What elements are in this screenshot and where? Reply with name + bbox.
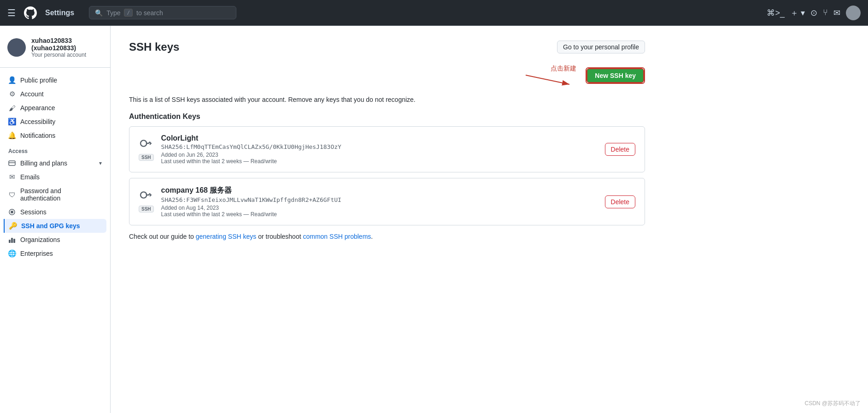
svg-line-8 <box>526 75 569 84</box>
svg-rect-5 <box>11 238 13 243</box>
sidebar-item-public-profile[interactable]: 👤 Public profile <box>4 73 106 87</box>
sidebar-billing-label: Billing and plans <box>20 159 67 167</box>
header-row: SSH keys Go to your personal profile 点击新… <box>129 41 645 87</box>
billing-icon <box>8 159 16 167</box>
sidebar-user-sub: Your personal account <box>31 52 103 58</box>
sidebar-item-appearance[interactable]: 🖌 Appearance <box>4 101 106 115</box>
ssh-key-card-1: SSH ColorLight SHA256:LfM0qTTEmCasYmQlCL… <box>129 126 645 172</box>
annotation-text: 点击新建 <box>551 65 576 73</box>
svg-point-2 <box>11 211 13 213</box>
page-title: SSH keys <box>129 41 179 53</box>
radio-icon <box>8 208 16 216</box>
envelope-icon: ✉ <box>8 173 16 181</box>
key-fingerprint-2: SHA256:F3WFsnIeixoJMLLvwNaT1KWwIpffgdn8R… <box>161 196 598 203</box>
key-details-1: ColorLight SHA256:LfM0qTTEmCasYmQlCLAZx5… <box>161 134 598 165</box>
ssh-badge-2: SSH <box>139 206 154 212</box>
shield-icon: 🛡 <box>8 191 16 198</box>
sidebar-item-label: Enterprises <box>20 250 53 257</box>
sidebar-item-enterprises[interactable]: 🌐 Enterprises <box>4 247 106 260</box>
sidebar-item-emails[interactable]: ✉ Emails <box>4 170 106 184</box>
sidebar-item-account[interactable]: ⚙ Account <box>4 87 106 101</box>
sidebar-user-info: xuhao120833 (xuhao120833) Your personal … <box>0 37 110 68</box>
footer-note-suffix: . <box>371 233 373 240</box>
delete-key-2-button[interactable]: Delete <box>605 195 635 208</box>
sidebar-item-accessibility[interactable]: ♿ Accessibility <box>4 115 106 129</box>
key-icon-wrap-1: SSH <box>139 134 154 161</box>
key-icon: 🔑 <box>9 222 17 230</box>
annotation-arrow <box>521 73 576 87</box>
accessibility-icon: ♿ <box>8 118 16 125</box>
key-added-1: Added on Jun 26, 2023 <box>161 152 598 158</box>
sidebar-nav: 👤 Public profile ⚙ Account 🖌 Appearance … <box>0 73 110 260</box>
page-description: This is a list of SSH keys associated wi… <box>129 96 645 103</box>
svg-point-9 <box>141 140 147 146</box>
sidebar-item-label: Notifications <box>20 132 55 139</box>
new-ssh-key-button[interactable]: New SSH key <box>586 68 644 83</box>
svg-rect-0 <box>9 161 15 165</box>
profile-link-button[interactable]: Go to your personal profile <box>557 41 645 53</box>
key-icon-1 <box>139 134 153 152</box>
key-fingerprint-1: SHA256:LfM0qTTEmCasYmQlCLAZx5G/0KkIU0Hgj… <box>161 143 598 150</box>
top-navigation: ☰ Settings 🔍 Type / to search ⌘>_ ＋ ▾ ⊙ … <box>0 0 868 26</box>
sidebar-item-label: Organizations <box>20 236 60 243</box>
page-layout: xuhao120833 (xuhao120833) Your personal … <box>0 26 868 413</box>
gear-icon: ⚙ <box>8 90 16 98</box>
delete-key-1-button[interactable]: Delete <box>605 143 635 156</box>
ssh-badge-1: SSH <box>139 154 154 161</box>
sidebar-avatar <box>7 38 26 57</box>
footer-note: Check out our guide to generating SSH ke… <box>129 233 645 240</box>
sidebar-item-organizations[interactable]: Organizations <box>4 233 106 247</box>
sidebar-item-label: Accessibility <box>20 118 55 125</box>
chevron-down-icon: ▾ <box>99 160 102 166</box>
new-ssh-key-highlight: New SSH key <box>586 67 645 84</box>
sidebar-item-password[interactable]: 🛡 Password and authentication <box>4 184 106 205</box>
sidebar-item-sessions[interactable]: Sessions <box>4 205 106 219</box>
sidebar-username: xuhao120833 (xuhao120833) <box>31 37 103 52</box>
user-avatar[interactable] <box>846 6 861 20</box>
inbox-button[interactable]: ✉ <box>833 8 840 18</box>
sidebar: xuhao120833 (xuhao120833) Your personal … <box>0 26 111 413</box>
footer-note-mid: or troubleshoot <box>256 233 303 240</box>
create-button[interactable]: ＋ ▾ <box>790 7 805 18</box>
settings-title: Settings <box>45 9 74 17</box>
key-name-2: company 168 服务器 <box>161 186 598 195</box>
search-label2: to search <box>136 9 163 17</box>
sidebar-item-label: Appearance <box>20 104 55 112</box>
sidebar-item-billing[interactable]: Billing and plans ▾ <box>4 156 106 170</box>
svg-point-10 <box>141 192 147 198</box>
paintbrush-icon: 🖌 <box>8 104 16 112</box>
sidebar-item-label: Emails <box>20 173 40 181</box>
sidebar-item-label: Account <box>20 90 44 98</box>
github-logo <box>23 6 38 20</box>
hamburger-menu[interactable]: ☰ <box>7 7 16 18</box>
search-bar[interactable]: 🔍 Type / to search <box>89 6 236 19</box>
person-icon: 👤 <box>8 77 16 84</box>
bell-icon: 🔔 <box>8 132 16 139</box>
search-icon: 🔍 <box>95 9 103 17</box>
key-details-2: company 168 服务器 SHA256:F3WFsnIeixoJMLLvw… <box>161 186 598 218</box>
common-ssh-problems-link[interactable]: common SSH problems <box>303 233 371 240</box>
sidebar-item-label: Sessions <box>20 208 47 216</box>
access-section-label: Access <box>4 142 106 156</box>
topnav-icons: ⌘>_ ＋ ▾ ⊙ ⑂ ✉ <box>767 6 861 20</box>
globe-icon: 🌐 <box>8 250 16 257</box>
issues-button[interactable]: ⊙ <box>810 8 817 18</box>
org-icon <box>8 236 16 243</box>
key-icon-2 <box>139 186 153 204</box>
sidebar-item-notifications[interactable]: 🔔 Notifications <box>4 129 106 142</box>
sidebar-item-ssh[interactable]: 🔑 SSH and GPG keys <box>4 219 106 233</box>
generating-ssh-keys-link[interactable]: generating SSH keys <box>196 233 257 240</box>
ssh-key-card-2: SSH company 168 服务器 SHA256:F3WFsnIeixoJM… <box>129 178 645 225</box>
key-meta-1: Added on Jun 26, 2023 Last used within t… <box>161 152 598 165</box>
pullrequests-button[interactable]: ⑂ <box>823 8 828 18</box>
key-meta-2: Added on Aug 14, 2023 Last used within t… <box>161 205 598 218</box>
watermark: CSDN @苏苏码不动了 <box>804 400 861 407</box>
terminal-button[interactable]: ⌘>_ <box>767 8 785 18</box>
search-label: Type <box>106 9 120 17</box>
key-lastused-1: Last used within the last 2 weeks — Read… <box>161 158 598 165</box>
sidebar-item-label: SSH and GPG keys <box>21 222 80 230</box>
sidebar-item-label: Public profile <box>20 77 57 84</box>
svg-rect-4 <box>9 240 11 243</box>
footer-note-prefix: Check out our guide to <box>129 233 196 240</box>
svg-rect-6 <box>13 239 15 243</box>
